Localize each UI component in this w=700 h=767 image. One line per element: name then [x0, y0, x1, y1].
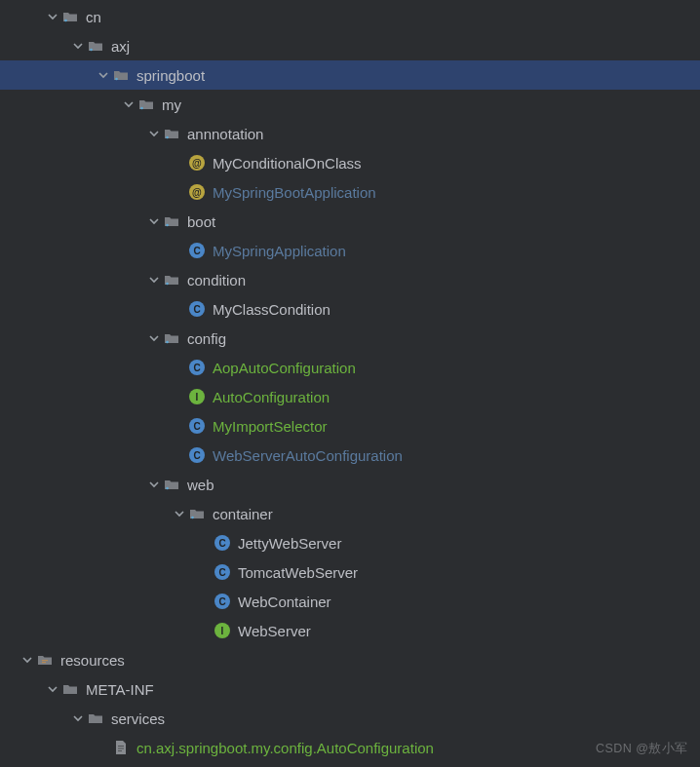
svg-point-8 — [166, 487, 169, 490]
chevron-down-icon[interactable] — [96, 70, 111, 80]
annotation-icon: @ — [187, 184, 207, 200]
tree-row[interactable]: CJettyWebServer — [0, 528, 700, 557]
package-icon — [111, 67, 131, 83]
tree-item-label: config — [187, 330, 226, 347]
svg-point-5 — [166, 224, 169, 227]
tree-row[interactable]: META-INF — [0, 674, 700, 704]
tree-row[interactable]: CTomcatWebServer — [0, 557, 700, 587]
tree-item-label: resources — [60, 652, 125, 669]
tree-item-label: META-INF — [86, 681, 154, 698]
tree-row[interactable]: condition — [0, 265, 700, 294]
tree-row[interactable]: IAutoConfiguration — [0, 382, 700, 411]
package-icon — [136, 96, 156, 112]
tree-item-label: axj — [111, 38, 130, 55]
tree-row[interactable]: resources — [0, 645, 700, 674]
tree-row[interactable]: boot — [0, 207, 700, 236]
resources-icon — [35, 652, 55, 668]
tree-row[interactable]: CAopAutoConfiguration — [0, 353, 700, 382]
package-icon — [187, 506, 207, 521]
tree-item-label: TomcatWebServer — [238, 564, 358, 581]
class-icon: C — [187, 447, 207, 463]
chevron-down-icon[interactable] — [45, 12, 60, 21]
tree-row[interactable]: axj — [0, 31, 700, 60]
interface-icon: I — [187, 389, 207, 404]
chevron-down-icon[interactable] — [70, 41, 86, 51]
tree-item-label: WebServer — [238, 623, 311, 639]
watermark: CSDN @敖小军 — [596, 741, 688, 757]
tree-item-label: AopAutoConfiguration — [213, 360, 356, 376]
tree-item-label: condition — [187, 272, 246, 288]
class-icon: C — [187, 360, 207, 375]
tree-row[interactable]: container — [0, 499, 700, 528]
tree-row[interactable]: CMyClassCondition — [0, 294, 700, 324]
chevron-down-icon[interactable] — [146, 275, 162, 285]
svg-point-3 — [140, 107, 143, 110]
tree-item-label: annnotation — [187, 126, 263, 142]
interface-icon: I — [213, 623, 232, 638]
svg-point-6 — [166, 283, 169, 286]
svg-rect-11 — [42, 662, 46, 663]
svg-rect-12 — [118, 746, 124, 747]
tree-row[interactable]: @MyConditionalOnClass — [0, 148, 700, 177]
tree-row[interactable]: CWebContainer — [0, 587, 700, 616]
class-icon: C — [187, 418, 207, 434]
project-tree[interactable]: cnaxjspringbootmyannnotation@MyCondition… — [0, 0, 700, 762]
svg-rect-13 — [118, 748, 124, 749]
tree-item-label: my — [162, 96, 181, 113]
tree-item-label: MyConditionalOnClass — [213, 155, 362, 172]
tree-row[interactable]: cn — [0, 2, 700, 31]
tree-item-label: container — [213, 506, 273, 522]
class-icon: C — [213, 564, 232, 580]
tree-item-label: JettyWebServer — [238, 535, 341, 552]
chevron-down-icon[interactable] — [172, 509, 187, 518]
svg-point-4 — [166, 136, 169, 139]
tree-row[interactable]: my — [0, 90, 700, 119]
tree-item-label: cn — [86, 9, 101, 25]
svg-rect-14 — [118, 750, 122, 751]
svg-rect-10 — [42, 660, 48, 661]
svg-point-0 — [64, 19, 67, 22]
annotation-icon: @ — [187, 155, 207, 171]
svg-point-2 — [115, 78, 118, 81]
chevron-down-icon[interactable] — [121, 99, 136, 109]
class-icon: C — [187, 301, 207, 317]
svg-point-7 — [166, 341, 169, 344]
tree-item-label: boot — [187, 213, 215, 230]
class-icon: C — [187, 243, 207, 258]
tree-row[interactable]: CMyImportSelector — [0, 411, 700, 441]
tree-item-label: services — [111, 710, 165, 727]
tree-item-label: AutoConfiguration — [213, 389, 330, 405]
tree-row[interactable]: IWebServer — [0, 616, 700, 645]
svg-point-9 — [191, 517, 194, 519]
chevron-down-icon[interactable] — [19, 655, 35, 665]
tree-row[interactable]: springboot — [0, 60, 700, 90]
tree-row[interactable]: services — [0, 704, 700, 733]
tree-item-label: MyImportSelector — [213, 418, 328, 435]
tree-item-label: web — [187, 477, 214, 493]
chevron-down-icon[interactable] — [70, 713, 86, 723]
tree-item-label: MyClassCondition — [213, 301, 331, 318]
folder-icon — [60, 681, 80, 697]
chevron-down-icon[interactable] — [45, 684, 60, 694]
svg-point-1 — [90, 49, 93, 52]
tree-row[interactable]: CMySpringApplication — [0, 236, 700, 265]
package-icon — [162, 213, 181, 229]
class-icon: C — [213, 594, 232, 609]
folder-icon — [86, 710, 105, 726]
tree-item-label: MySpringApplication — [213, 243, 346, 259]
package-icon — [162, 477, 181, 492]
tree-row[interactable]: CWebServerAutoConfiguration — [0, 441, 700, 470]
tree-item-label: springboot — [136, 67, 205, 84]
tree-row[interactable]: web — [0, 470, 700, 499]
tree-row[interactable]: config — [0, 324, 700, 353]
tree-row[interactable]: @MySpringBootApplication — [0, 177, 700, 207]
chevron-down-icon[interactable] — [146, 129, 162, 138]
package-icon — [86, 38, 105, 54]
chevron-down-icon[interactable] — [146, 479, 162, 489]
tree-item-label: WebServerAutoConfiguration — [213, 447, 403, 464]
chevron-down-icon[interactable] — [146, 216, 162, 226]
chevron-down-icon[interactable] — [146, 333, 162, 343]
tree-row[interactable]: annnotation — [0, 119, 700, 148]
package-icon — [162, 272, 181, 288]
class-icon: C — [213, 535, 232, 551]
